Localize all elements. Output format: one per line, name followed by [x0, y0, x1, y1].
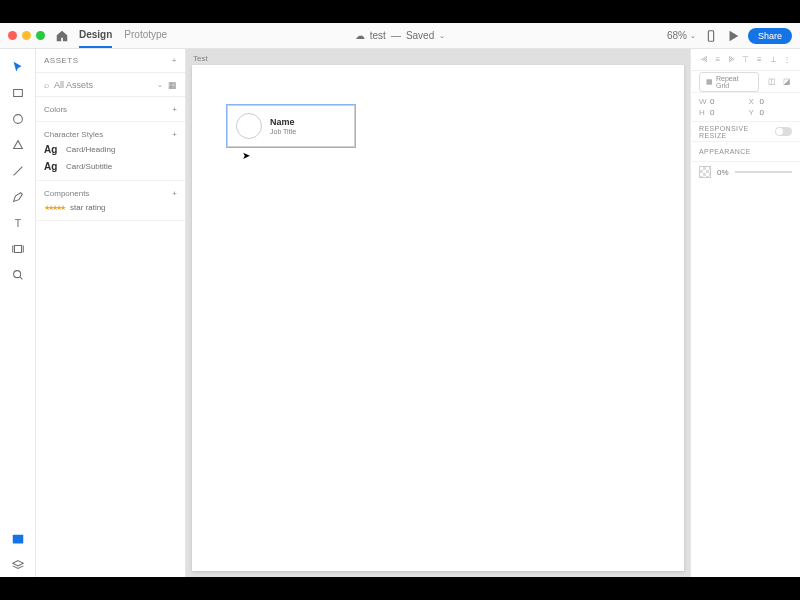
doc-name: test — [370, 30, 386, 41]
chevron-down-icon: ⌄ — [439, 32, 445, 40]
titlebar: Design Prototype ☁ test — Saved ⌄ 68% ⌄ … — [0, 23, 800, 49]
card-text: Name Job Title — [270, 117, 296, 135]
responsive-resize-header: RESPONSIVE RESIZE — [691, 122, 800, 142]
select-tool[interactable] — [5, 55, 31, 79]
add-component-icon[interactable]: + — [172, 189, 177, 198]
asset-search-label: All Assets — [54, 80, 152, 90]
artboard-tool[interactable] — [5, 237, 31, 261]
play-icon[interactable] — [726, 29, 740, 43]
style-item-subtitle[interactable]: Ag Card/Subtitle — [44, 158, 177, 175]
document-title[interactable]: ☁ test — Saved ⌄ — [355, 30, 445, 41]
style-item-heading[interactable]: Ag Card/Heading — [44, 141, 177, 158]
grid-icon: ▦ — [706, 78, 713, 86]
assets-header-label: ASSETS — [44, 56, 79, 65]
tab-design[interactable]: Design — [79, 23, 112, 48]
opacity-value[interactable]: 0% — [717, 168, 729, 177]
line-tool[interactable] — [5, 159, 31, 183]
components-section-header[interactable]: Components + — [44, 186, 177, 200]
style-item-label: Card/Heading — [66, 145, 115, 154]
align-controls: ⫷ ≡ ⫸ ⊤ ≡ ⊥ ⋮ — [691, 49, 800, 71]
style-sample: Ag — [44, 144, 60, 155]
align-left-icon[interactable]: ⫷ — [698, 54, 709, 65]
assets-panel-toggle[interactable] — [5, 527, 31, 551]
opacity-control: 0% — [691, 162, 800, 182]
canvas[interactable]: Test Name Job Title ➤ — [186, 49, 690, 577]
avatar-placeholder[interactable] — [236, 113, 262, 139]
stars-icon: ★★★★★ — [44, 204, 64, 212]
transform-controls: W0 X0 H0 Y0 — [691, 93, 800, 122]
doc-status: Saved — [406, 30, 434, 41]
subtract-boolean-icon[interactable]: ◪ — [781, 76, 792, 87]
zoom-value: 68% — [667, 30, 687, 41]
cursor-icon: ➤ — [242, 150, 250, 161]
text-tool[interactable]: T — [5, 211, 31, 235]
align-center-v-icon[interactable]: ≡ — [754, 54, 765, 65]
main: T ASSETS + ⌕ All Assets ⌄ ▦ Colors + — [0, 49, 800, 577]
align-top-icon[interactable]: ⊤ — [740, 54, 751, 65]
add-color-icon[interactable]: + — [172, 105, 177, 114]
opacity-slider[interactable] — [735, 171, 792, 173]
add-asset-icon[interactable]: + — [172, 56, 177, 65]
device-preview-icon[interactable] — [704, 29, 718, 43]
repeat-grid-button[interactable]: ▦ Repeat Grid — [699, 72, 759, 92]
chevron-down-icon: ⌄ — [690, 32, 696, 40]
zoom-control[interactable]: 68% ⌄ — [667, 30, 696, 41]
style-sample: Ag — [44, 161, 60, 172]
cloud-icon: ☁ — [355, 30, 365, 41]
asset-search[interactable]: ⌕ All Assets ⌄ ▦ — [36, 73, 185, 97]
repeat-grid-row: ▦ Repeat Grid ◫ ◪ — [691, 71, 800, 93]
component-item-label: star rating — [70, 203, 106, 212]
height-field[interactable]: H0 — [699, 108, 743, 117]
artboard-label[interactable]: Test — [193, 54, 208, 63]
colors-section-header[interactable]: Colors + — [44, 102, 177, 116]
home-icon[interactable] — [55, 29, 69, 43]
assets-panel: ASSETS + ⌕ All Assets ⌄ ▦ Colors + Chara… — [36, 49, 186, 577]
window-controls — [8, 31, 45, 40]
width-field[interactable]: W0 — [699, 97, 743, 106]
polygon-tool[interactable] — [5, 133, 31, 157]
svg-rect-0 — [708, 30, 713, 41]
layers-panel-toggle[interactable] — [5, 553, 31, 577]
tab-prototype[interactable]: Prototype — [124, 23, 167, 48]
align-right-icon[interactable]: ⫸ — [726, 54, 737, 65]
pen-tool[interactable] — [5, 185, 31, 209]
maximize-window-button[interactable] — [36, 31, 45, 40]
add-boolean-icon[interactable]: ◫ — [767, 76, 778, 87]
chevron-down-icon: ⌄ — [157, 81, 163, 89]
close-window-button[interactable] — [8, 31, 17, 40]
svg-line-3 — [13, 167, 22, 176]
y-field[interactable]: Y0 — [749, 108, 793, 117]
doc-separator: — — [391, 30, 401, 41]
align-center-h-icon[interactable]: ≡ — [712, 54, 723, 65]
char-styles-section-header[interactable]: Character Styles + — [44, 127, 177, 141]
svg-line-9 — [19, 277, 22, 280]
add-style-icon[interactable]: + — [172, 130, 177, 139]
x-field[interactable]: X0 — [749, 97, 793, 106]
svg-rect-5 — [14, 246, 21, 253]
tool-rail: T — [0, 49, 36, 577]
component-star-rating[interactable]: ★★★★★ star rating — [44, 200, 177, 215]
zoom-tool[interactable] — [5, 263, 31, 287]
distribute-icon[interactable]: ⋮ — [781, 54, 792, 65]
components-section: Components + ★★★★★ star rating — [36, 181, 185, 221]
colors-section: Colors + — [36, 97, 185, 122]
appearance-header: APPEARANCE — [691, 142, 800, 162]
card-component[interactable]: Name Job Title — [227, 105, 355, 147]
svg-rect-10 — [12, 535, 23, 544]
ellipse-tool[interactable] — [5, 107, 31, 131]
responsive-toggle[interactable] — [775, 127, 792, 136]
rectangle-tool[interactable] — [5, 81, 31, 105]
svg-point-8 — [13, 271, 20, 278]
card-name-text[interactable]: Name — [270, 117, 296, 127]
align-bottom-icon[interactable]: ⊥ — [768, 54, 779, 65]
minimize-window-button[interactable] — [22, 31, 31, 40]
artboard[interactable]: Name Job Title ➤ — [192, 65, 684, 571]
titlebar-right: 68% ⌄ Share — [667, 28, 792, 44]
mode-tabs: Design Prototype — [79, 23, 167, 48]
grid-view-icon[interactable]: ▦ — [168, 80, 177, 90]
inspector-panel: ⫷ ≡ ⫸ ⊤ ≡ ⊥ ⋮ ▦ Repeat Grid ◫ ◪ W0 X0 — [690, 49, 800, 577]
card-subtitle-text[interactable]: Job Title — [270, 128, 296, 135]
share-button[interactable]: Share — [748, 28, 792, 44]
opacity-swatch[interactable] — [699, 166, 711, 178]
svg-point-2 — [13, 115, 22, 124]
